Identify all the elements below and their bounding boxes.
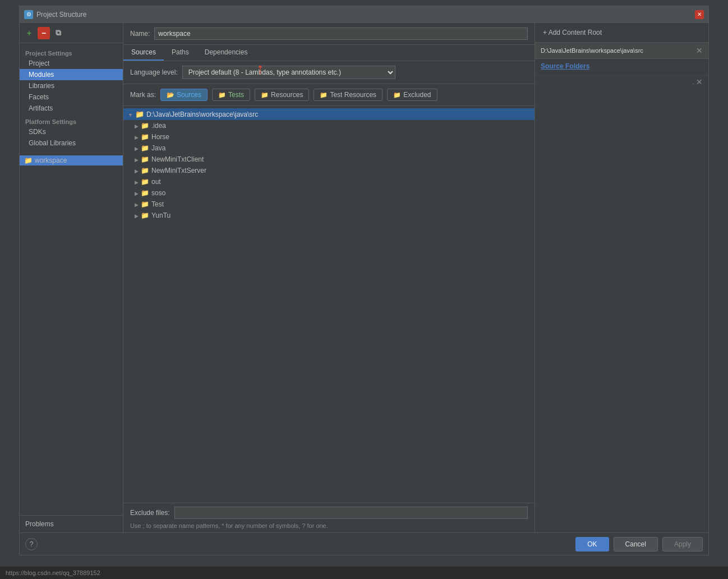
mark-as-row: Mark as: 📂 Sources 📁 Tests 📁 Resources 📁… (123, 84, 535, 106)
out-folder-icon: 📁 (141, 178, 149, 186)
title-bar-controls: ✕ (695, 10, 704, 19)
newminitxtserver-folder-icon: 📁 (141, 167, 149, 174)
tree-item-idea[interactable]: 📁 .idea (123, 120, 535, 131)
source-folders-section: Source Folders (535, 59, 708, 76)
horse-label: Horse (151, 133, 169, 141)
root-folder-icon: 📁 (135, 110, 144, 118)
chevron-right-icon (135, 133, 139, 141)
problems-item[interactable]: Problems (20, 515, 123, 532)
tree-item-yuntu[interactable]: 📁 YunTu (123, 210, 535, 221)
tree-item-newminitxtclient[interactable]: 📁 NewMiniTxtClient (123, 154, 535, 165)
tree-item-newminitxtserver[interactable]: 📁 NewMiniTxtServer (123, 165, 535, 176)
soso-label: soso (151, 189, 165, 197)
tab-sources[interactable]: Sources (123, 45, 164, 61)
sidebar-module-tree: 📁 workspace (20, 153, 123, 515)
rx-label: . (692, 79, 694, 85)
newminitxtserver-label: NewMiniTxtServer (151, 167, 206, 174)
bottom-bar: ? OK Cancel Apply (20, 532, 708, 555)
title-bar: ⚙ Project Structure ✕ (20, 6, 708, 23)
right-panel-rx-row: . ✕ (535, 76, 708, 88)
main-content: + − ⧉ Project Settings Project Modules L… (20, 23, 708, 532)
chevron-right-icon (135, 200, 139, 208)
sidebar-item-global-libraries[interactable]: Global Libraries (20, 137, 123, 149)
tab-dependencies[interactable]: Dependencies (197, 45, 256, 61)
tree-item-soso[interactable]: 📁 soso (123, 187, 535, 199)
bottom-right: OK Cancel Apply (575, 537, 703, 552)
module-name-input[interactable] (154, 27, 528, 40)
exclude-row: Exclude files: (123, 503, 535, 522)
resources-folder-icon: 📁 (261, 91, 269, 99)
status-url: https://blog.csdn.net/qq_37889152 (6, 569, 100, 576)
app-icon: ⚙ (24, 10, 33, 19)
right-panel-close-button[interactable]: ✕ (696, 46, 703, 55)
sidebar-item-facets[interactable]: Facets (20, 91, 123, 103)
exclude-hint: Use ; to separate name patterns, * for a… (123, 522, 535, 532)
soso-folder-icon: 📁 (141, 189, 149, 197)
root-path-text: D:\Java\JetBrains\workspace\java\src (146, 111, 258, 118)
tests-folder-icon: 📁 (218, 91, 226, 99)
close-button[interactable]: ✕ (695, 10, 704, 19)
sidebar-toolbar: + − ⧉ (20, 23, 123, 43)
mark-as-label: Mark as: (130, 91, 156, 99)
yuntu-folder-icon: 📁 (141, 212, 149, 219)
test-resources-folder-icon: 📁 (320, 91, 328, 99)
status-bar: https://blog.csdn.net/qq_37889152 (0, 567, 728, 579)
exclude-label: Exclude files: (130, 509, 170, 517)
exclude-input[interactable] (174, 507, 528, 519)
mark-test-resources-button[interactable]: 📁 Test Resources (314, 89, 383, 101)
java-label: Java (151, 144, 165, 152)
chevron-right-icon (135, 122, 139, 130)
sources-folder-icon: 📂 (167, 91, 174, 99)
out-label: out (151, 178, 161, 186)
chevron-right-icon (135, 212, 139, 219)
resources-btn-label: Resources (271, 91, 303, 99)
tab-paths[interactable]: Paths (164, 45, 197, 61)
remove-module-button[interactable]: − (38, 27, 50, 39)
chevron-down-icon (128, 111, 133, 118)
sidebar-item-project[interactable]: Project (20, 58, 123, 69)
window-title: Project Structure (36, 11, 86, 19)
yuntu-label: YunTu (151, 212, 171, 219)
right-panel-toolbar: + Add Content Root (535, 23, 708, 43)
tree-item-out[interactable]: 📁 out (123, 176, 535, 187)
sidebar-item-modules[interactable]: Modules (20, 69, 123, 80)
language-row: Language level: Project default (8 - Lam… (123, 61, 535, 84)
test-folder-icon: 📁 (141, 200, 149, 208)
tree-root-item[interactable]: 📁 D:\Java\JetBrains\workspace\java\src (123, 108, 535, 120)
mark-tests-button[interactable]: 📁 Tests (212, 89, 250, 101)
cancel-button[interactable]: Cancel (614, 537, 658, 552)
chevron-right-icon (135, 144, 139, 152)
module-workspace[interactable]: 📁 workspace (20, 155, 123, 166)
sidebar-item-sdks[interactable]: SDKs (20, 126, 123, 137)
help-button[interactable]: ? (25, 538, 38, 550)
copy-module-button[interactable]: ⧉ (52, 27, 64, 39)
chevron-right-icon (135, 178, 139, 186)
newminitxtclient-folder-icon: 📁 (141, 155, 149, 163)
test-label: Test (151, 200, 164, 208)
horse-folder-icon: 📁 (141, 133, 149, 141)
annotation-arrow: ↑ (256, 60, 264, 78)
chevron-right-icon (135, 155, 139, 163)
excluded-btn-label: Excluded (403, 91, 431, 99)
sidebar-item-libraries[interactable]: Libraries (20, 80, 123, 91)
test-resources-btn-label: Test Resources (330, 91, 376, 99)
tree-item-test[interactable]: 📁 Test (123, 199, 535, 210)
source-folders-title: Source Folders (541, 62, 703, 70)
tree-item-horse[interactable]: 📁 Horse (123, 131, 535, 143)
tree-item-java[interactable]: 📁 Java (123, 143, 535, 154)
language-level-select[interactable]: Project default (8 - Lambdas, type annot… (182, 66, 395, 79)
mark-excluded-button[interactable]: 📁 Excluded (387, 89, 437, 101)
project-settings-label: Project Settings (20, 48, 123, 58)
folder-tree: 📁 D:\Java\JetBrains\workspace\java\src 📁… (123, 106, 535, 503)
add-content-root-button[interactable]: + Add Content Root (541, 27, 604, 38)
mark-sources-button[interactable]: 📂 Sources (160, 89, 208, 101)
add-module-button[interactable]: + (23, 27, 35, 39)
title-bar-left: ⚙ Project Structure (24, 10, 86, 19)
rx-close-button[interactable]: ✕ (696, 77, 703, 86)
name-row: Name: (123, 23, 535, 45)
right-panel-path-header: D:\Java\JetBrains\workspace\java\src ✕ (535, 43, 708, 59)
ok-button[interactable]: OK (575, 537, 609, 552)
mark-resources-button[interactable]: 📁 Resources (255, 89, 309, 101)
sidebar-item-artifacts[interactable]: Artifacts (20, 103, 123, 114)
apply-button[interactable]: Apply (662, 537, 703, 552)
